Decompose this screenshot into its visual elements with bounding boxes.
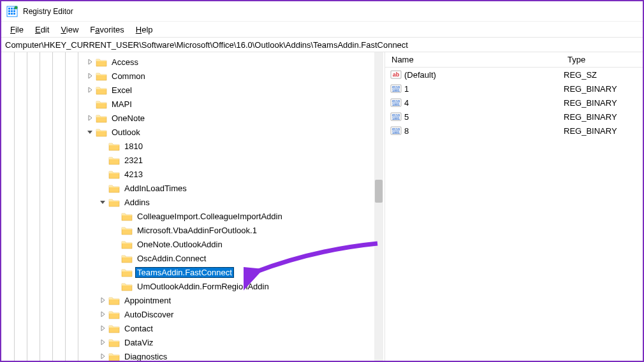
svg-point-10 [15,6,18,9]
chevron-right-icon[interactable] [98,338,107,347]
reg-binary-icon [390,125,402,136]
tree-node-label[interactable]: Access [110,57,140,68]
menu-view[interactable]: View [55,24,84,36]
menu-favorites[interactable]: Favorites [85,24,129,36]
tree-node-label[interactable]: OneNote [110,113,147,124]
tree-node[interactable]: Contact [1,321,384,335]
tree-node-label[interactable]: UmOutlookAddin.FormRegionAddin [135,281,271,292]
value-row[interactable]: 8REG_BINARY [385,124,643,138]
tree-node[interactable]: UmOutlookAddin.FormRegionAddin [1,279,384,293]
tree-node[interactable]: AutoDiscover [1,307,384,321]
tree-node[interactable]: 1810 [1,139,384,153]
svg-rect-8 [11,13,13,15]
tree-node-label[interactable]: DataViz [122,337,155,348]
folder-icon [121,211,133,221]
reg-binary-icon [390,83,402,94]
tree-node[interactable]: 2321 [1,153,384,167]
column-name[interactable]: Name [388,55,564,64]
tree-node[interactable]: MAPI [1,97,384,111]
tree-node-label[interactable]: OscAddin.Connect [135,253,208,264]
twisty-none [111,212,120,221]
menu-edit[interactable]: Edit [30,24,54,36]
tree-node[interactable]: OneNote.OutlookAddin [1,237,384,251]
tree-node-label[interactable]: TeamsAddin.FastConnect [135,267,234,278]
tree-node-label[interactable]: MAPI [110,99,134,110]
chevron-right-icon[interactable] [98,296,107,305]
folder-icon [96,71,107,81]
menubar: File Edit View Favorites Help [1,22,643,37]
content-area: AccessCommonExcelMAPIOneNoteOutlook18102… [1,52,643,361]
tree-node[interactable]: Addins [1,195,384,209]
reg-string-icon [390,69,402,80]
tree-node[interactable]: 4213 [1,167,384,181]
value-row[interactable]: 1REG_BINARY [385,82,643,96]
chevron-right-icon[interactable] [85,71,94,80]
scroll-thumb[interactable] [375,180,383,203]
tree-node[interactable]: ColleagueImport.ColleagueImportAddin [1,209,384,223]
tree-node[interactable]: Diagnostics [1,349,384,361]
tree-scrollbar[interactable] [374,52,383,361]
tree-node[interactable]: OscAddin.Connect [1,251,384,265]
value-row[interactable]: 4REG_BINARY [385,96,643,110]
tree-node-label[interactable]: 2321 [122,155,145,166]
value-type: REG_BINARY [564,84,643,94]
folder-icon [108,155,120,165]
tree-node[interactable]: Access [1,55,384,69]
tree-node-label[interactable]: Common [110,71,147,82]
menu-help[interactable]: Help [131,24,158,36]
tree-node-label[interactable]: Contact [122,323,155,334]
chevron-right-icon[interactable] [98,352,107,361]
tree-node-label[interactable]: Diagnostics [122,351,169,361]
chevron-right-icon[interactable] [98,310,107,319]
tree-node-label[interactable]: Microsoft.VbaAddinForOutlook.1 [135,225,259,236]
addressbar[interactable]: Computer\HKEY_CURRENT_USER\Software\Micr… [1,37,643,52]
titlebar: Registry Editor [1,1,643,22]
value-list[interactable]: (Default)REG_SZ1REG_BINARY4REG_BINARY5RE… [385,68,643,138]
tree-node-label[interactable]: OneNote.OutlookAddin [135,239,224,250]
tree-node-label[interactable]: ColleagueImport.ColleagueImportAddin [135,211,284,222]
tree-node[interactable]: Excel [1,83,384,97]
tree-node[interactable]: AddInLoadTimes [1,181,384,195]
folder-icon [96,85,107,95]
twisty-none [111,226,120,235]
value-type: REG_BINARY [564,112,643,122]
tree-node[interactable]: Microsoft.VbaAddinForOutlook.1 [1,223,384,237]
tree-node-label[interactable]: AutoDiscover [122,309,175,320]
tree-node-label[interactable]: Outlook [110,127,142,138]
chevron-right-icon[interactable] [98,324,107,333]
chevron-right-icon[interactable] [85,113,94,122]
twisty-none [98,170,107,178]
tree-node[interactable]: Outlook [1,125,384,139]
tree-node-label[interactable]: AddInLoadTimes [122,183,189,194]
folder-icon [108,351,120,361]
twisty-none [85,99,94,108]
tree-view[interactable]: AccessCommonExcelMAPIOneNoteOutlook18102… [1,52,384,361]
tree-node-label[interactable]: 4213 [122,169,145,180]
folder-icon [108,295,120,305]
tree-node[interactable]: TeamsAddin.FastConnect [1,265,384,279]
column-headers[interactable]: Name Type [385,52,643,68]
tree-node-label[interactable]: Addins [122,197,152,208]
menu-file[interactable]: File [5,24,29,36]
chevron-right-icon[interactable] [85,57,94,66]
tree-node[interactable]: Common [1,69,384,83]
folder-icon [108,197,120,207]
folder-icon [108,323,120,333]
column-type[interactable]: Type [564,55,643,64]
value-name: 5 [404,112,564,122]
value-row[interactable]: (Default)REG_SZ [385,68,643,82]
tree-node[interactable]: DataViz [1,335,384,349]
folder-icon [96,127,107,137]
folder-icon [121,281,133,291]
values-pane: Name Type (Default)REG_SZ1REG_BINARY4REG… [385,52,643,361]
chevron-down-icon[interactable] [98,198,107,206]
tree-node[interactable]: OneNote [1,111,384,125]
twisty-none [111,240,120,249]
tree-node-label[interactable]: 1810 [122,141,145,152]
tree-node-label[interactable]: Excel [110,85,134,96]
chevron-right-icon[interactable] [85,85,94,94]
tree-node-label[interactable]: Appointment [122,295,173,306]
chevron-down-icon[interactable] [85,127,94,136]
value-row[interactable]: 5REG_BINARY [385,110,643,124]
tree-node[interactable]: Appointment [1,293,384,307]
